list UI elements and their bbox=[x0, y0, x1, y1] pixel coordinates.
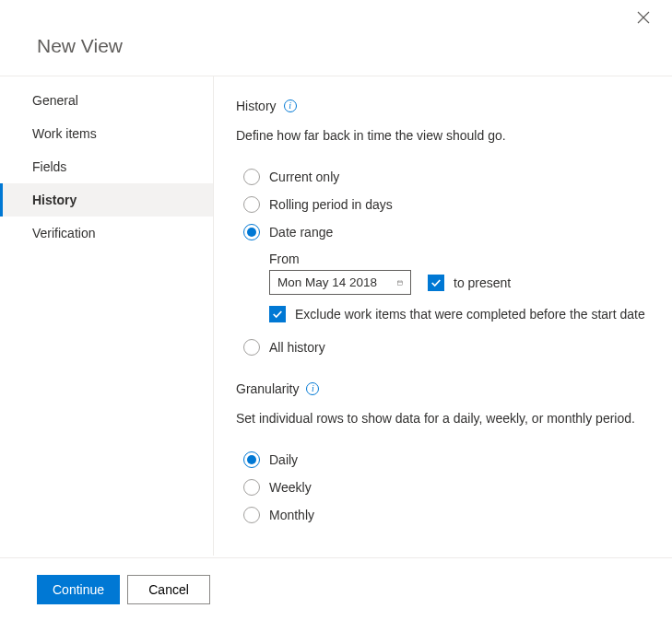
dialog-body: General Work items Fields History Verifi… bbox=[0, 76, 672, 556]
exclude-checkbox-row[interactable]: Exclude work items that were completed b… bbox=[269, 306, 650, 322]
radio-label: All history bbox=[269, 340, 325, 355]
from-date-input[interactable] bbox=[269, 270, 411, 295]
radio-label: Daily bbox=[269, 452, 298, 467]
calendar-icon bbox=[397, 276, 403, 289]
radio-weekly[interactable]: Weekly bbox=[236, 474, 650, 501]
sidebar-item-history[interactable]: History bbox=[0, 183, 213, 217]
exclude-label: Exclude work items that were completed b… bbox=[295, 307, 645, 322]
history-heading-row: History i bbox=[236, 99, 650, 113]
radio-rolling-period[interactable]: Rolling period in days bbox=[236, 191, 650, 218]
radio-label: Weekly bbox=[269, 480, 312, 495]
radio-daily[interactable]: Daily bbox=[236, 446, 650, 474]
radio-icon bbox=[243, 451, 260, 468]
radio-all-history[interactable]: All history bbox=[236, 334, 650, 361]
granularity-heading-row: Granularity i bbox=[236, 381, 650, 396]
radio-icon bbox=[243, 169, 260, 185]
close-icon bbox=[637, 11, 650, 24]
radio-current-only[interactable]: Current only bbox=[236, 163, 650, 191]
close-button[interactable] bbox=[637, 11, 655, 29]
radio-icon bbox=[243, 196, 260, 213]
svg-rect-0 bbox=[397, 281, 402, 286]
sidebar-item-verification[interactable]: Verification bbox=[0, 217, 213, 250]
date-row: to present bbox=[269, 270, 650, 295]
new-view-dialog: New View General Work items Fields Histo… bbox=[0, 0, 672, 632]
radio-icon bbox=[243, 224, 260, 240]
cancel-button[interactable]: Cancel bbox=[127, 575, 210, 604]
radio-icon bbox=[243, 339, 260, 356]
history-heading: History bbox=[236, 99, 277, 113]
to-present-checkbox-row[interactable]: to present bbox=[428, 275, 511, 291]
checkbox-icon bbox=[428, 275, 444, 291]
info-icon[interactable]: i bbox=[306, 382, 319, 395]
info-icon[interactable]: i bbox=[284, 99, 297, 112]
radio-icon bbox=[243, 479, 260, 496]
dialog-title: New View bbox=[0, 0, 672, 76]
radio-label: Rolling period in days bbox=[269, 197, 393, 212]
granularity-description: Set individual rows to show data for a d… bbox=[236, 411, 650, 426]
sidebar: General Work items Fields History Verifi… bbox=[0, 76, 214, 556]
content-panel: History i Define how far back in time th… bbox=[214, 76, 672, 556]
sidebar-item-work-items[interactable]: Work items bbox=[0, 117, 213, 150]
date-range-block: From t bbox=[269, 252, 650, 322]
radio-label: Current only bbox=[269, 170, 339, 184]
from-label: From bbox=[269, 252, 650, 266]
to-present-label: to present bbox=[454, 275, 511, 290]
sidebar-item-fields[interactable]: Fields bbox=[0, 150, 213, 183]
from-date-field[interactable] bbox=[277, 275, 388, 289]
history-description: Define how far back in time the view sho… bbox=[236, 128, 650, 143]
sidebar-item-general[interactable]: General bbox=[0, 84, 213, 117]
radio-label: Date range bbox=[269, 225, 333, 240]
checkbox-icon bbox=[269, 306, 286, 322]
radio-label: Monthly bbox=[269, 508, 314, 522]
granularity-heading: Granularity bbox=[236, 381, 299, 396]
dialog-footer: Continue Cancel bbox=[37, 575, 210, 604]
radio-date-range[interactable]: Date range bbox=[236, 218, 650, 246]
radio-icon bbox=[243, 507, 260, 523]
footer-divider bbox=[0, 557, 672, 558]
radio-monthly[interactable]: Monthly bbox=[236, 501, 650, 529]
continue-button[interactable]: Continue bbox=[37, 575, 120, 604]
